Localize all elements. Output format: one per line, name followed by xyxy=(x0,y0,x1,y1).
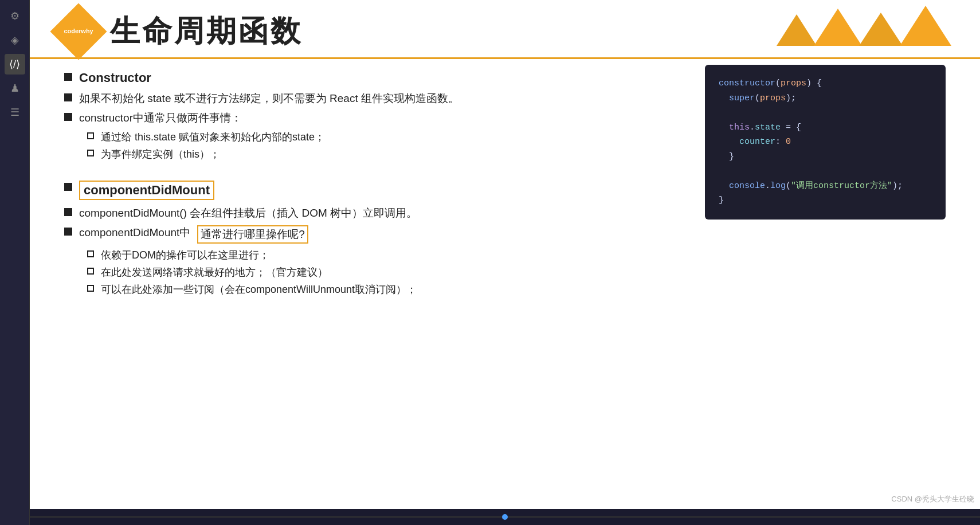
code-block: constructor(props) { super(props); this.… xyxy=(705,65,946,220)
constructor-text-1: 如果不初始化 state 或不进行方法绑定，则不需要为 React 组件实现构造… xyxy=(79,91,459,106)
slide-title: 生命周期函数 xyxy=(110,11,303,52)
code-line-7: } xyxy=(719,193,932,208)
code-line-blank-1 xyxy=(719,105,932,120)
sidebar-icon-4[interactable]: ♟ xyxy=(5,78,25,99)
componentdidmount-sub-text-2: 在此处发送网络请求就最好的地方；（官方建议） xyxy=(101,265,328,279)
constructor-text-2: constructor中通常只做两件事情： xyxy=(79,111,242,126)
logo-text: coderwhy xyxy=(64,28,93,35)
constructor-title: Constructor xyxy=(79,70,151,85)
bullet-square-6 xyxy=(64,228,72,236)
bullet-hollow-5 xyxy=(87,285,94,292)
bullet-square-5 xyxy=(64,208,72,216)
bullet-square-1 xyxy=(64,73,72,81)
bottom-bar xyxy=(30,509,980,525)
slide-body: constructor(props) { super(props); this.… xyxy=(30,59,980,509)
sidebar-icon-2[interactable]: ◈ xyxy=(5,30,25,50)
componentdidmount-sub-2: 在此处发送网络请求就最好的地方；（官方建议） xyxy=(64,265,946,279)
code-line-5: } xyxy=(719,150,932,164)
mountain-3 xyxy=(859,13,903,46)
code-line-6: console.log("调用constructor方法"); xyxy=(719,179,932,194)
code-line-3: this.state = { xyxy=(719,120,932,135)
mountains-decoration xyxy=(777,6,951,46)
logo-diamond: coderwhy xyxy=(50,3,107,60)
bullet-square-4 xyxy=(64,183,72,191)
sidebar-icon-1[interactable]: ⚙ xyxy=(5,6,25,26)
mountain-4 xyxy=(900,6,951,46)
bullet-square-3 xyxy=(64,113,72,121)
constructor-sub-text-1: 通过给 this.state 赋值对象来初始化内部的state； xyxy=(101,130,325,144)
componentdidmount-title: componentDidMount xyxy=(79,181,214,200)
mountain-1 xyxy=(777,14,817,46)
code-line-blank-2 xyxy=(719,164,932,179)
bullet-hollow-2 xyxy=(87,150,94,156)
bullet-square-2 xyxy=(64,93,72,101)
sidebar-icon-3[interactable]: ⟨/⟩ xyxy=(5,54,25,75)
watermark: CSDN @秃头大学生砼晓 xyxy=(891,494,974,504)
componentdidmount-text-highlighted: 通常进行哪里操作呢? xyxy=(197,225,308,244)
sidebar: ⚙ ◈ ⟨/⟩ ♟ ☰ xyxy=(0,0,30,525)
bottom-dot xyxy=(502,514,508,520)
constructor-sub-text-2: 为事件绑定实例（this）； xyxy=(101,147,220,161)
componentdidmount-text-1: componentDidMount() 会在组件挂载后（插入 DOM 树中）立即… xyxy=(79,206,417,221)
sidebar-icon-5[interactable]: ☰ xyxy=(5,102,25,123)
bullet-hollow-3 xyxy=(87,250,94,257)
code-line-2: super(props); xyxy=(719,91,932,106)
slide-header: coderwhy 生命周期函数 xyxy=(30,0,980,59)
bottom-line-left xyxy=(30,516,502,518)
componentdidmount-sub-1: 依赖于DOM的操作可以在这里进行； xyxy=(64,248,946,262)
bottom-line-right xyxy=(508,516,980,518)
bullet-hollow-1 xyxy=(87,132,94,139)
main-content: coderwhy 生命周期函数 constructor(props) { sup… xyxy=(30,0,980,525)
componentdidmount-sub-3: 可以在此处添加一些订阅（会在componentWillUnmount取消订阅）； xyxy=(64,283,946,296)
code-line-4: counter: 0 xyxy=(719,135,932,150)
componentdidmount-sub-text-3: 可以在此处添加一些订阅（会在componentWillUnmount取消订阅）； xyxy=(101,283,417,296)
componentdidmount-text-prefix: componentDidMount中 xyxy=(79,225,190,240)
code-line-1: constructor(props) { xyxy=(719,76,932,91)
componentdidmount-sub-text-1: 依赖于DOM的操作可以在这里进行； xyxy=(101,248,269,262)
bullet-hollow-4 xyxy=(87,268,94,275)
componentdidmount-point-2: componentDidMount中通常进行哪里操作呢? xyxy=(64,225,946,244)
mountain-2 xyxy=(814,9,862,46)
